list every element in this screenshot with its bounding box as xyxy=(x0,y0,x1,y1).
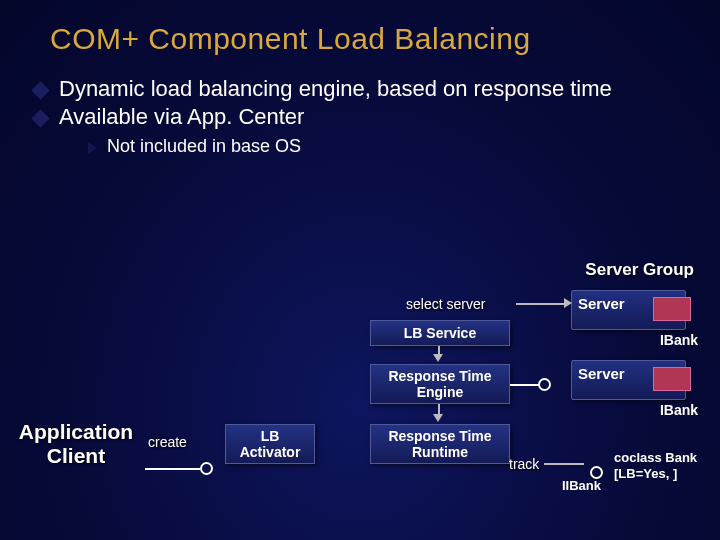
lba-text-1: LB xyxy=(261,428,280,444)
appclient-text-1: Application xyxy=(19,420,133,443)
lb-service-text: LB Service xyxy=(404,325,476,341)
application-client-label: Application Client xyxy=(6,420,146,468)
lb-activator-box: LB Activator xyxy=(225,424,315,464)
connector xyxy=(510,384,540,386)
server-text-2: Server xyxy=(578,365,625,382)
rte-text-1: Response Time xyxy=(388,368,491,384)
lb-service-box: LB Service xyxy=(370,320,510,346)
response-time-engine-box: Response Time Engine xyxy=(370,364,510,404)
interface-lollipop-icon xyxy=(538,378,551,391)
server-box-2: Server xyxy=(571,360,686,400)
server-box-1: Server xyxy=(571,290,686,330)
server-group-label: Server Group xyxy=(585,260,694,280)
lba-text-2: Activator xyxy=(240,444,301,460)
iibank-label: IIBank xyxy=(562,478,601,494)
coclass-annotation: coclass Bank [LB=Yes, ] xyxy=(614,450,697,481)
arrow-right-icon xyxy=(564,298,572,308)
component-icon xyxy=(653,367,691,391)
coclass-line2: [LB=Yes, ] xyxy=(614,466,677,481)
track-label: track xyxy=(509,456,539,472)
arrow-down-icon xyxy=(433,414,443,422)
appclient-text-2: Client xyxy=(47,444,105,467)
server-text-1: Server xyxy=(578,295,625,312)
create-label: create xyxy=(148,434,187,450)
response-time-runtime-box: Response Time Runtime xyxy=(370,424,510,464)
ibank-label-1: IBank xyxy=(660,332,698,348)
rte-text-2: Engine xyxy=(417,384,464,400)
connector xyxy=(544,463,584,465)
architecture-diagram: Server Group Server IBank Server IBank s… xyxy=(0,0,720,540)
interface-lollipop-icon xyxy=(200,462,213,475)
component-icon xyxy=(653,297,691,321)
ibank-label-2: IBank xyxy=(660,402,698,418)
rtr-text-2: Runtime xyxy=(412,444,468,460)
connector xyxy=(516,303,566,305)
select-server-label: select server xyxy=(406,296,485,312)
arrow-down-icon xyxy=(433,354,443,362)
coclass-line1: coclass Bank xyxy=(614,450,697,465)
rtr-text-1: Response Time xyxy=(388,428,491,444)
connector xyxy=(145,468,200,470)
